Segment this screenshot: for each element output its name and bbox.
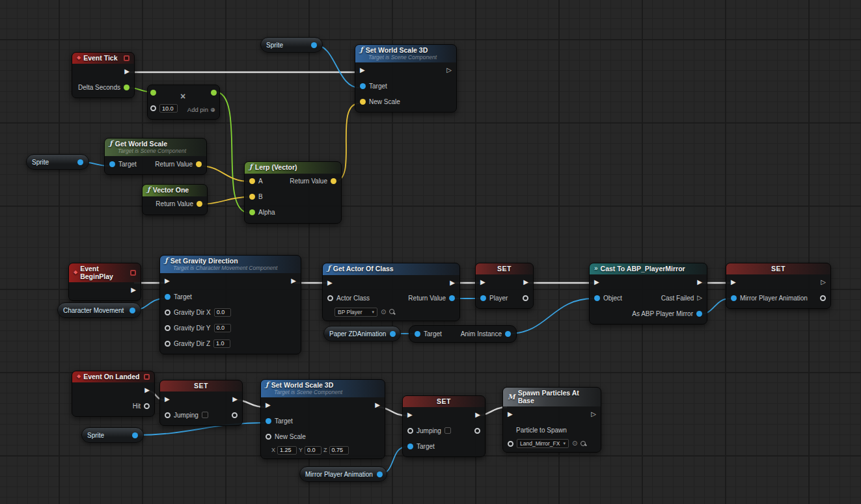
actor-class-pin[interactable] (327, 295, 333, 301)
hit-pin[interactable] (144, 403, 150, 409)
node-event-on-landed[interactable]: ◆ Event On Landed ▶ Hit (72, 371, 155, 417)
gravity-x-input[interactable]: 0.0 (214, 308, 231, 317)
scale-z-input[interactable]: 0.75 (329, 446, 349, 455)
object-pin[interactable] (594, 295, 600, 301)
wire-vectorone-to-lerp-b[interactable] (200, 197, 249, 204)
exec-in-pin[interactable]: ▶ (165, 396, 170, 403)
as-abp-player-mirror-pin[interactable] (696, 311, 702, 317)
exec-out-pin[interactable]: ▶ (144, 387, 150, 393)
wire-sprite-to-setscale-target[interactable] (315, 45, 359, 88)
exec-in-pin[interactable]: ▶ (407, 412, 413, 418)
node-event-tick[interactable]: ◆ Event Tick ▶ Delta Seconds (72, 52, 135, 98)
exec-out-pin[interactable]: ▶ (375, 402, 380, 408)
gravity-dir-z-pin[interactable] (165, 341, 171, 347)
variable-get-sprite-bottom[interactable]: Sprite (81, 427, 144, 443)
node-lerp-vector[interactable]: ƒ Lerp (Vector) A Return Value B Alpha (244, 161, 342, 224)
gravity-y-input[interactable]: 0.0 (214, 324, 231, 332)
scale-y-input[interactable]: 0.0 (305, 446, 321, 455)
node-set-world-scale-3d-bottom[interactable]: ƒ Set World Scale 3D Target is Scene Com… (260, 379, 385, 459)
multiply-input-a-pin[interactable] (150, 90, 156, 96)
exec-out-pin[interactable]: ▶ (475, 412, 480, 418)
use-selected-icon[interactable]: ⊙ (381, 309, 386, 315)
multiply-output-pin[interactable] (211, 90, 217, 96)
exec-out-pin[interactable]: ▶ (291, 278, 296, 284)
exec-out-pin[interactable]: ▷ (446, 67, 452, 73)
sprite-output-pin[interactable] (77, 159, 83, 165)
player-in-pin[interactable] (480, 295, 486, 301)
gravity-dir-x-pin[interactable] (165, 310, 171, 315)
exec-out-pin[interactable]: ▶ (450, 280, 455, 286)
character-movement-output-pin[interactable] (130, 308, 135, 313)
cast-failed-exec-pin[interactable]: ▷ (697, 295, 702, 301)
jumping-out-pin[interactable] (474, 428, 480, 434)
mirror-player-animation-output-pin[interactable] (377, 471, 383, 477)
node-get-world-scale[interactable]: ƒ Get World Scale Target is Scene Compon… (104, 138, 207, 175)
exec-out-pin[interactable]: ▶ (124, 68, 130, 75)
variable-get-paper-zd-animation[interactable]: Paper ZDAnimation (323, 326, 401, 341)
exec-out-pin[interactable]: ▷ (821, 279, 826, 285)
new-scale-pin[interactable] (266, 434, 271, 440)
wire-getworldscale-to-lerp-a[interactable] (200, 166, 249, 181)
jumping-checkbox[interactable] (202, 412, 208, 418)
exec-in-pin[interactable]: ▶ (266, 402, 271, 408)
exec-in-pin[interactable]: ▶ (508, 411, 513, 418)
sprite-output-pin[interactable] (132, 432, 138, 438)
a-pin[interactable] (249, 178, 255, 184)
variable-get-sprite-top[interactable]: Sprite (260, 37, 323, 53)
exec-out-pin[interactable]: ▶ (232, 396, 238, 403)
node-cast-to-abp-playermirror[interactable]: » Cast To ABP_PlayerMirror ▶ ▶ Object Ca… (589, 263, 707, 325)
jumping-checkbox[interactable] (444, 427, 451, 434)
target-pin[interactable] (109, 161, 115, 167)
exec-in-pin[interactable]: ▶ (165, 278, 170, 284)
particle-to-spawn-pin[interactable] (508, 441, 513, 447)
node-set-mirror-player-animation[interactable]: SET ▶ ▷ Mirror Player Animation (726, 263, 831, 309)
mirror-player-animation-out-pin[interactable] (820, 295, 826, 301)
exec-in-pin[interactable]: ▶ (731, 279, 736, 285)
node-spawn-particles-at-base[interactable]: M Spawn Particles At Base ▶ ▷ Particle t… (502, 387, 601, 453)
return-value-pin[interactable] (331, 178, 336, 184)
delegate-pin[interactable] (144, 374, 150, 380)
node-set-jumping-2[interactable]: SET ▶ ▶ Jumping Target (402, 395, 485, 457)
particle-dropdown[interactable]: Land_Mirror_FX ▾ (517, 439, 569, 448)
exec-out-pin[interactable]: ▶ (131, 287, 136, 293)
variable-get-character-movement[interactable]: Character Movement (57, 302, 141, 318)
browse-icon[interactable] (581, 441, 586, 447)
exec-out-pin[interactable]: ▷ (591, 411, 596, 418)
target-pin[interactable] (360, 83, 366, 89)
mirror-player-animation-in-pin[interactable] (731, 295, 737, 301)
return-value-pin[interactable] (449, 295, 455, 301)
multiply-input-b-pin[interactable] (150, 105, 156, 111)
node-set-jumping-1[interactable]: SET ▶ ▶ Jumping (159, 380, 243, 426)
class-dropdown[interactable]: BP Player ▾ (335, 308, 377, 317)
node-get-actor-of-class[interactable]: ƒ Get Actor Of Class ▶ ▶ Actor Class Ret… (322, 263, 460, 321)
sprite-output-pin[interactable] (311, 42, 317, 48)
variable-get-sprite-mid[interactable]: Sprite (26, 154, 89, 170)
target-pin[interactable] (266, 418, 271, 424)
node-vector-one[interactable]: ƒ Vector One Return Value (142, 184, 208, 215)
delegate-pin[interactable] (130, 270, 136, 276)
player-out-pin[interactable] (523, 295, 528, 301)
variable-get-mirror-player-animation[interactable]: Mirror Player Animation (299, 466, 387, 482)
return-value-pin[interactable] (196, 161, 202, 167)
exec-in-pin[interactable]: ▶ (480, 279, 485, 285)
target-pin[interactable] (165, 294, 171, 300)
exec-out-pin[interactable]: ▶ (523, 279, 528, 285)
alpha-pin[interactable] (249, 209, 255, 215)
exec-in-pin[interactable]: ▶ (594, 279, 599, 285)
exec-in-pin[interactable]: ▶ (360, 67, 365, 73)
browse-icon[interactable] (389, 309, 395, 315)
node-set-player[interactable]: SET ▶ ▶ Player (475, 263, 534, 309)
node-set-gravity-direction[interactable]: ƒ Set Gravity Direction Target is Charac… (159, 255, 301, 354)
node-get-anim-instance[interactable]: Target Anim Instance (409, 325, 517, 343)
return-value-pin[interactable] (197, 201, 202, 207)
add-pin-button[interactable]: Add pin ⊕ (187, 106, 215, 113)
target-pin[interactable] (415, 331, 420, 337)
delegate-pin[interactable] (124, 55, 130, 61)
scale-x-input[interactable]: 1.25 (277, 446, 297, 455)
exec-out-pin[interactable]: ▶ (697, 279, 702, 285)
new-scale-pin[interactable] (360, 99, 366, 105)
node-multiply[interactable]: × 10.0 Add pin ⊕ (147, 85, 220, 120)
gravity-z-input[interactable]: 1.0 (213, 339, 230, 348)
exec-in-pin[interactable]: ▶ (327, 280, 333, 286)
jumping-out-pin[interactable] (232, 412, 238, 418)
